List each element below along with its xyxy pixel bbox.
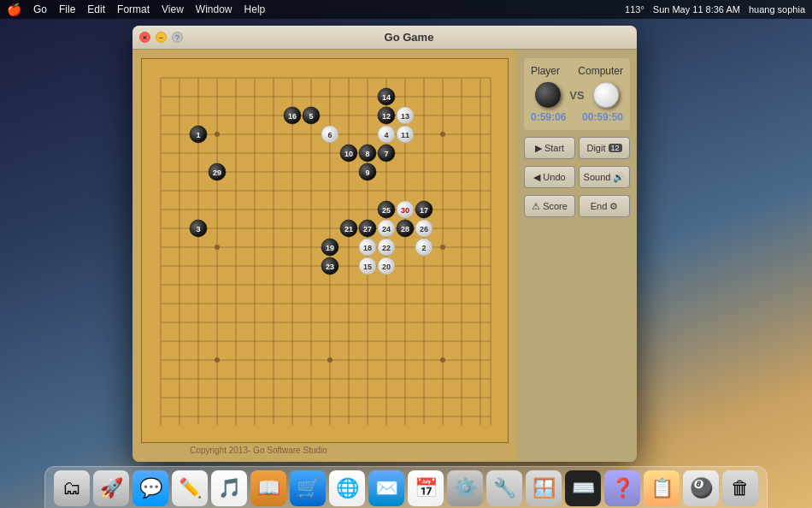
svg-text:14: 14	[382, 93, 391, 102]
svg-text:23: 23	[326, 263, 334, 271]
svg-text:21: 21	[344, 225, 353, 233]
dock-icon-itunes[interactable]: 🎵	[211, 470, 247, 506]
board-area: 1 3 16 5 14 12	[132, 50, 517, 462]
dock-icon-terminal[interactable]: ⌨️	[565, 470, 601, 506]
svg-text:27: 27	[363, 225, 372, 233]
svg-text:10: 10	[344, 150, 353, 158]
dock-icon-wine[interactable]: 🪟	[526, 470, 562, 506]
dock-icon-messages[interactable]: 💬	[132, 470, 168, 506]
menubar: 🍎 Go File Edit Format View Window Help 1…	[0, 0, 812, 19]
dock-icon-notes[interactable]: 📋	[644, 470, 680, 506]
dock-icon-launchpad[interactable]: 🚀	[93, 470, 129, 506]
menu-user: huang sophia	[749, 4, 805, 15]
svg-text:11: 11	[401, 131, 409, 139]
dock-icon-help[interactable]: ❓	[604, 470, 640, 506]
btn-row-3: ⚠ Score End ⚙	[524, 195, 630, 217]
dock-icon-edit[interactable]: ✏️	[172, 470, 208, 506]
menu-help[interactable]: Help	[244, 3, 266, 15]
dock-icon-finder[interactable]: 🗂	[54, 470, 90, 506]
svg-point-41	[215, 245, 220, 250]
go-board[interactable]: 1 3 16 5 14 12	[141, 58, 509, 443]
svg-point-43	[440, 245, 445, 250]
start-icon: ▶	[535, 143, 542, 154]
svg-text:13: 13	[401, 112, 409, 121]
player-label: Player	[531, 65, 560, 77]
game-window: × − ? Go Game	[132, 26, 637, 462]
svg-text:25: 25	[382, 206, 391, 215]
sound-icon: 🔊	[613, 172, 625, 183]
dock-icon-prefs[interactable]: ⚙️	[447, 470, 483, 506]
undo-icon: ◀	[533, 172, 540, 183]
player-timer: 0:59:06	[531, 111, 566, 123]
apple-menu[interactable]: 🍎	[7, 3, 21, 16]
svg-text:29: 29	[213, 168, 221, 177]
svg-text:18: 18	[363, 244, 372, 252]
menu-datetime: Sun May 11 8:36 AM	[653, 4, 740, 15]
end-label: End	[591, 201, 608, 211]
undo-label: Undo	[543, 172, 565, 182]
svg-text:19: 19	[326, 244, 334, 252]
digit-badge: 12	[609, 144, 622, 152]
svg-text:17: 17	[420, 206, 428, 215]
player-stone	[535, 82, 561, 108]
svg-text:22: 22	[382, 244, 391, 252]
dock-icon-go[interactable]: 🎱	[683, 470, 719, 506]
menu-temp: 113°	[625, 4, 644, 15]
menu-format[interactable]: Format	[117, 3, 150, 15]
dock-icon-appstore[interactable]: 🛒	[290, 470, 326, 506]
svg-text:5: 5	[309, 112, 313, 121]
player-labels: Player Computer	[531, 65, 623, 77]
svg-text:3: 3	[196, 225, 200, 233]
dock-icon-tools[interactable]: 🔧	[486, 470, 522, 506]
digit-button[interactable]: Digit 12	[579, 137, 630, 159]
dock-icon-books[interactable]: 📖	[250, 470, 286, 506]
computer-stone	[593, 82, 619, 108]
svg-text:20: 20	[382, 263, 391, 271]
svg-text:12: 12	[382, 112, 391, 121]
score-icon: ⚠	[532, 201, 540, 212]
svg-text:16: 16	[288, 112, 297, 121]
copyright: Copyright 2013- Go Software Studio	[132, 446, 385, 455]
dock-icon-browser[interactable]: 🌐	[329, 470, 365, 506]
svg-text:9: 9	[365, 168, 369, 177]
menu-file[interactable]: File	[59, 3, 75, 15]
svg-point-44	[215, 357, 220, 363]
help-button[interactable]: ?	[172, 32, 183, 43]
svg-point-46	[440, 357, 445, 363]
svg-text:6: 6	[327, 131, 332, 139]
end-button[interactable]: End ⚙	[579, 195, 630, 217]
computer-label: Computer	[578, 65, 623, 77]
svg-point-45	[327, 357, 332, 363]
menu-window[interactable]: Window	[196, 3, 232, 15]
dock-icon-calendar[interactable]: 📅	[408, 470, 444, 506]
player-stones: VS	[531, 82, 623, 108]
digit-label: Digit	[586, 143, 605, 153]
btn-row-2: ◀ Undo Sound 🔊	[524, 166, 630, 188]
menu-go[interactable]: Go	[33, 3, 47, 15]
score-label: Score	[543, 201, 568, 211]
dock: 🗂 🚀 💬 ✏️ 🎵 📖 🛒 🌐 ✉️ 📅 ⚙️ 🔧 🪟 ⌨️ ❓ 📋 🎱 🗑	[44, 466, 768, 508]
svg-text:8: 8	[365, 150, 369, 158]
sound-label: Sound	[584, 172, 611, 182]
undo-button[interactable]: ◀ Undo	[524, 166, 575, 188]
end-icon: ⚙	[609, 201, 618, 212]
close-button[interactable]: ×	[139, 32, 150, 43]
minimize-button[interactable]: −	[156, 32, 167, 43]
svg-point-40	[440, 132, 445, 137]
svg-text:28: 28	[401, 225, 409, 233]
sound-button[interactable]: Sound 🔊	[579, 166, 630, 188]
menu-view[interactable]: View	[162, 3, 184, 15]
start-label: Start	[544, 143, 564, 153]
svg-text:7: 7	[384, 150, 388, 158]
dock-icon-mail[interactable]: ✉️	[368, 470, 404, 506]
dock-icon-trash[interactable]: 🗑	[722, 470, 758, 506]
start-button[interactable]: ▶ Start	[524, 137, 575, 159]
vs-label: VS	[569, 89, 584, 102]
menubar-left: 🍎 Go File Edit Format View Window Help	[7, 3, 265, 16]
score-button[interactable]: ⚠ Score	[524, 195, 575, 217]
player-section: Player Computer VS 0:59:06 00:59:50	[524, 58, 630, 130]
svg-text:4: 4	[384, 131, 388, 139]
svg-text:1: 1	[196, 131, 200, 139]
titlebar: × − ? Go Game	[132, 26, 637, 50]
menu-edit[interactable]: Edit	[87, 3, 105, 15]
